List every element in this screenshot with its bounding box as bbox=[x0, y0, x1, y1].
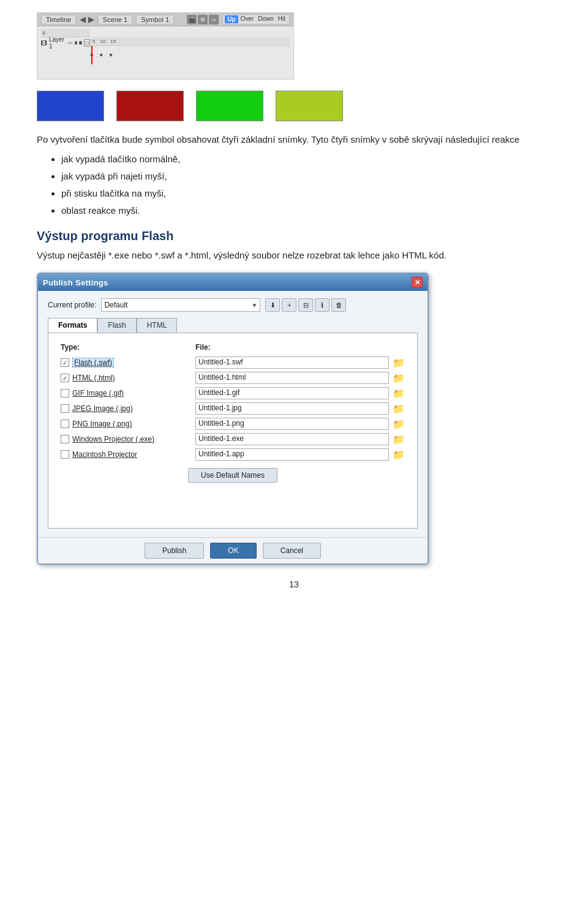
format-header-row: Type: File: bbox=[58, 343, 407, 352]
profile-delete-btn[interactable]: 🗑 bbox=[331, 298, 346, 312]
checkbox-jpg[interactable] bbox=[61, 404, 69, 413]
folder-icon-swf[interactable]: 📁 bbox=[393, 357, 405, 369]
dialog-body: Current profile: Default ▼ ⬇ + ⊟ ℹ 🗑 For… bbox=[38, 291, 428, 537]
checkbox-png[interactable] bbox=[61, 420, 69, 428]
bullet-item-2: jak vypadá při najeti myší, bbox=[61, 169, 551, 184]
dialog-container: Publish Settings ✕ Current profile: Defa… bbox=[37, 273, 551, 565]
tab-content-formats: Type: File: ✓ Flash (.swf) Untitled-1.sw… bbox=[48, 333, 418, 529]
folder-icon-png[interactable]: 📁 bbox=[393, 418, 405, 430]
format-row-html: ✓ HTML (.html) Untitled-1.html 📁 bbox=[58, 372, 407, 384]
format-row-jpg: JPEG Image (.jpg) Untitled-1.jpg 📁 bbox=[58, 402, 407, 415]
bullet-item-1: jak vypadá tlačítko normálně, bbox=[61, 152, 551, 167]
timeline-bar: Timeline ◀ ▶ Scene 1 Symbol 1 🎬 ⚙ ▭ Up O… bbox=[37, 13, 293, 26]
profile-value: Default bbox=[104, 301, 127, 309]
bullet-item-4: oblast reakce myši. bbox=[61, 203, 551, 218]
format-row-exe: Windows Projector (.exe) Untitled-1.exe … bbox=[58, 433, 407, 445]
dropdown-arrow-icon: ▼ bbox=[251, 302, 257, 309]
btn-states: Up Over Down Hit bbox=[222, 14, 290, 24]
folder-icon-app[interactable]: 📁 bbox=[393, 449, 405, 461]
label-jpg: JPEG Image (.jpg) bbox=[72, 404, 133, 413]
profile-row: Current profile: Default ▼ ⬇ + ⊟ ℹ 🗑 bbox=[48, 298, 418, 312]
default-names-row: Use Default Names bbox=[58, 468, 407, 483]
file-input-jpg[interactable]: Untitled-1.jpg bbox=[195, 402, 389, 415]
file-input-swf[interactable]: Untitled-1.swf bbox=[195, 356, 389, 369]
dialog-title: Publish Settings bbox=[43, 278, 108, 287]
folder-icon-jpg[interactable]: 📁 bbox=[393, 403, 405, 415]
dialog-footer: Publish OK Cancel bbox=[38, 537, 428, 563]
symbol1-tab: Symbol 1 bbox=[136, 15, 174, 24]
col-file-header: File: bbox=[195, 343, 405, 352]
label-swf: Flash (.swf) bbox=[72, 358, 114, 367]
file-input-gif[interactable]: Untitled-1.gif bbox=[195, 387, 389, 399]
checkbox-exe[interactable] bbox=[61, 435, 69, 443]
bullet-list: jak vypadá tlačítko normálně, jak vypadá… bbox=[61, 152, 551, 218]
scene1-tab: Scene 1 bbox=[98, 15, 132, 24]
profile-buttons: ⬇ + ⊟ ℹ 🗑 bbox=[265, 298, 346, 312]
file-input-app[interactable]: Untitled-1.app bbox=[195, 448, 389, 461]
checkbox-swf[interactable]: ✓ bbox=[61, 358, 69, 367]
publish-settings-dialog: Publish Settings ✕ Current profile: Defa… bbox=[37, 273, 429, 565]
label-html: HTML (.html) bbox=[72, 374, 115, 382]
output-text-block: Výstup nejčastěji *.exe nebo *.swf a *.h… bbox=[37, 248, 551, 263]
tl-icon3: ▭ bbox=[209, 15, 219, 24]
dialog-titlebar: Publish Settings ✕ bbox=[38, 274, 428, 291]
profile-add-btn[interactable]: + bbox=[282, 298, 296, 312]
swatch-green bbox=[196, 91, 263, 121]
swatch-blue bbox=[37, 91, 104, 121]
swatch-yellow-green bbox=[276, 91, 343, 121]
checkbox-html[interactable]: ✓ bbox=[61, 374, 69, 382]
section-heading: Výstup programu Flash bbox=[37, 229, 551, 243]
label-png: PNG Image (.png) bbox=[72, 420, 132, 428]
format-row-gif: GIF Image (.gif) Untitled-1.gif 📁 bbox=[58, 387, 407, 399]
ok-button[interactable]: OK bbox=[210, 543, 256, 559]
layer-name: Layer 1 bbox=[49, 36, 66, 50]
page-number: 13 bbox=[37, 579, 551, 589]
output-exe: *.exe nebo bbox=[108, 250, 155, 260]
profile-download-btn[interactable]: ⬇ bbox=[265, 298, 280, 312]
profile-info-btn[interactable]: ℹ bbox=[315, 298, 330, 312]
dialog-close-button[interactable]: ✕ bbox=[412, 277, 423, 288]
output-swf: *.swf a bbox=[155, 250, 185, 260]
folder-icon-gif[interactable]: 📁 bbox=[393, 388, 405, 399]
profile-label: Current profile: bbox=[48, 301, 96, 309]
output-suffix: , výsledný soubor nelze rozebrat tak leh… bbox=[208, 250, 447, 260]
intro-text: Po vytvoření tlačítka bude symbol obsaho… bbox=[37, 134, 519, 145]
timeline-tab: Timeline bbox=[41, 15, 76, 24]
output-prefix: Výstup nejčastěji bbox=[37, 250, 108, 260]
bullet-item-3: při stisku tlačítka na myši, bbox=[61, 186, 551, 201]
swatch-red bbox=[116, 91, 184, 121]
tl-icon2: ⚙ bbox=[198, 15, 208, 24]
format-row-png: PNG Image (.png) Untitled-1.png 📁 bbox=[58, 418, 407, 430]
intro-text-block: Po vytvoření tlačítka bude symbol obsaho… bbox=[37, 132, 551, 218]
checkbox-app[interactable] bbox=[61, 450, 69, 459]
tab-html[interactable]: HTML bbox=[137, 318, 178, 333]
folder-icon-exe[interactable]: 📁 bbox=[393, 434, 405, 445]
profile-remove-btn[interactable]: ⊟ bbox=[298, 298, 313, 312]
file-input-html[interactable]: Untitled-1.html bbox=[195, 372, 389, 384]
file-input-exe[interactable]: Untitled-1.exe bbox=[195, 433, 389, 445]
timeline-screenshot: Timeline ◀ ▶ Scene 1 Symbol 1 🎬 ⚙ ▭ Up O… bbox=[37, 12, 294, 80]
color-swatches bbox=[37, 91, 551, 121]
cancel-button[interactable]: Cancel bbox=[263, 543, 321, 559]
use-default-names-button[interactable]: Use Default Names bbox=[188, 468, 277, 483]
file-input-png[interactable]: Untitled-1.png bbox=[195, 418, 389, 430]
publish-button[interactable]: Publish bbox=[145, 543, 204, 559]
format-row-swf: ✓ Flash (.swf) Untitled-1.swf 📁 bbox=[58, 356, 407, 369]
label-app: Macintosh Projector bbox=[72, 450, 137, 459]
timeline-body: II 🎞 Layer 1 ✏ □ 5 10 15 • • • bbox=[37, 26, 293, 63]
output-html: *.html bbox=[185, 250, 208, 260]
label-gif: GIF Image (.gif) bbox=[72, 389, 124, 398]
tl-icon1: 🎬 bbox=[187, 15, 197, 24]
label-exe: Windows Projector (.exe) bbox=[72, 435, 154, 443]
tab-flash[interactable]: Flash bbox=[97, 318, 136, 333]
profile-dropdown[interactable]: Default ▼ bbox=[101, 298, 260, 312]
tabs-row: Formats Flash HTML bbox=[48, 318, 418, 333]
format-row-app: Macintosh Projector Untitled-1.app 📁 bbox=[58, 448, 407, 461]
checkbox-gif[interactable] bbox=[61, 389, 69, 398]
tab-formats[interactable]: Formats bbox=[48, 318, 97, 333]
folder-icon-html[interactable]: 📁 bbox=[393, 372, 405, 384]
col-type-header: Type: bbox=[61, 343, 195, 352]
